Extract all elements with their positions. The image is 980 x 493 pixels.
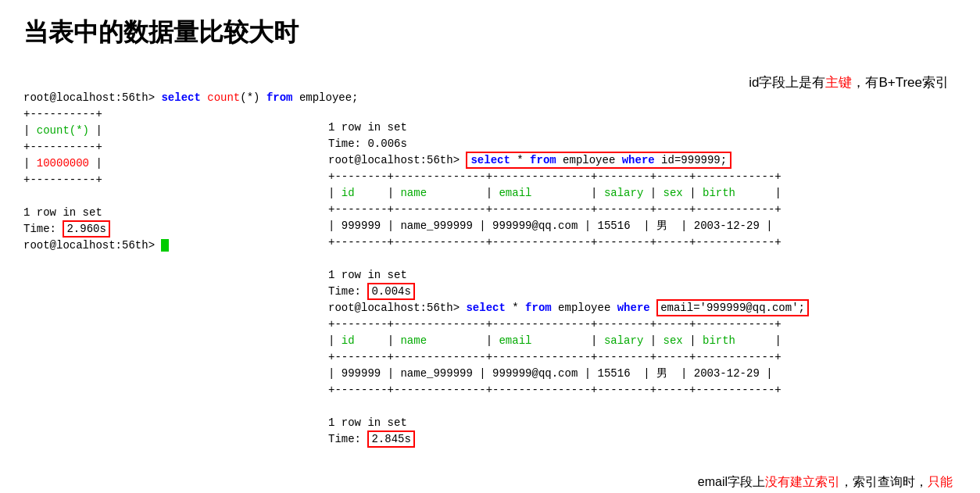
right-kw-from3: from: [525, 302, 552, 314]
right-col-id: id: [342, 187, 355, 199]
right-cmd3-rest: *: [506, 302, 525, 314]
right-val-salary: 15516: [598, 220, 631, 232]
right-col2-email: email: [499, 334, 531, 347]
left-border2: +----------+: [23, 141, 102, 153]
right-header-sep: +--------+--------------+---------------…: [328, 203, 781, 216]
right-time1-prefix: Time:: [328, 138, 367, 150]
bottom-annotation: email字段上没有建立索引，索引查询时，只能 进行遍历，完成查找操作，时间复杂…: [328, 472, 957, 493]
left-col-header-end: |: [89, 124, 102, 137]
right-cmd2-rest: *: [510, 154, 530, 166]
terminal-cursor: [161, 239, 169, 252]
right-val2-name: name_999999: [400, 367, 472, 380]
right-result2: 1 row in set: [328, 269, 407, 281]
right-val-name: name_999999: [400, 220, 472, 232]
right-cmd2-cond: id=999999;: [655, 154, 727, 166]
right-kw-from2: from: [530, 154, 556, 166]
left-kw-select: select: [161, 91, 200, 104]
right-result-prefix: 1 row in set: [328, 121, 407, 134]
left-val-suffix: |: [89, 157, 102, 170]
left-time1-box: 2.960s: [63, 220, 109, 238]
primary-key-text: 主键: [825, 75, 852, 90]
left-fn-count: count: [207, 91, 240, 104]
no-index-text: 没有建立索引: [765, 475, 840, 488]
right-col-birth: birth: [703, 187, 735, 199]
right-cmd3-cond-box: email='999999@qq.com';: [656, 299, 809, 316]
left-value: 10000000: [37, 157, 89, 170]
right-col-name: name: [400, 187, 427, 199]
right-time2-prefix: Time:: [328, 285, 367, 298]
left-prompt2: root@localhost:56th>: [23, 239, 161, 252]
right-col-sex: sex: [663, 187, 683, 199]
right-col2-sex: sex: [663, 334, 683, 347]
right-time2-box: 0.004s: [367, 283, 414, 300]
right-val-email: 999999@qq.com: [492, 220, 578, 232]
right-kw-where3: where: [617, 302, 650, 314]
left-panel: root@localhost:56th> select count(*) fro…: [23, 73, 320, 493]
right-col-salary: salary: [604, 187, 643, 199]
right-prompt2: root@localhost:56th>: [328, 302, 466, 314]
left-val-prefix: |: [23, 157, 37, 170]
left-border1: +----------+: [23, 108, 102, 120]
right-panel: id字段上是有主键，有B+Tree索引 1 row in set Time: 0…: [320, 73, 957, 493]
right-col2-birth: birth: [703, 334, 735, 347]
right-kw-where2: where: [622, 154, 655, 166]
right-val2-sex: 男: [656, 367, 667, 380]
right-cmd3-rest2: employee: [552, 302, 617, 314]
right-val2-id: 999999: [342, 367, 381, 380]
right-val-id: 999999: [342, 220, 381, 232]
right-top-annotation: id字段上是有主键，有B+Tree索引: [328, 73, 957, 91]
left-col-header: |: [23, 124, 37, 137]
right-kw-select3: select: [466, 302, 505, 314]
left-col-header-text: count(*): [37, 124, 89, 137]
right-col2-name: name: [400, 334, 427, 347]
right-val2-salary: 15516: [598, 367, 631, 380]
right-time1-val: 0.006s: [367, 138, 406, 150]
only-can-text: 只能: [928, 475, 953, 488]
right-header2-sep: +--------+--------------+---------------…: [328, 351, 781, 363]
page-title: 当表中的数据量比较大时: [23, 16, 957, 50]
right-cmd2-rest2: employee: [556, 154, 622, 166]
right-table-top: +--------+--------------+---------------…: [328, 170, 781, 183]
right-code-block: 1 row in set Time: 0.006s root@localhost…: [328, 103, 957, 464]
left-kw-from: from: [266, 91, 293, 104]
left-cmd-rest: (*): [240, 91, 266, 104]
left-border3: +----------+: [23, 173, 102, 186]
right-val-sex: 男: [656, 220, 667, 232]
right-cmd3-rest3: [650, 302, 656, 314]
left-result1: 1 row in set: [23, 206, 102, 219]
right-col2-id: id: [342, 334, 355, 347]
right-row-sep: +--------+--------------+---------------…: [328, 236, 781, 248]
right-val-birth: 2003-12-29: [694, 220, 760, 232]
right-result3: 1 row in set: [328, 416, 407, 429]
right-kw-select2: select: [470, 154, 510, 166]
left-code-block: root@localhost:56th> select count(*) fro…: [23, 73, 320, 270]
right-time3-prefix: Time:: [328, 433, 367, 445]
right-col2-salary: salary: [604, 334, 643, 347]
left-time1-prefix: Time:: [23, 223, 63, 235]
right-cmd2-box: select * from employee where id=999999;: [466, 152, 731, 169]
right-val2-birth: 2003-12-29: [694, 367, 760, 380]
right-val2-email: 999999@qq.com: [492, 367, 578, 380]
left-prompt1: root@localhost:56th>: [23, 91, 161, 104]
right-table2-top: +--------+--------------+---------------…: [328, 318, 781, 330]
right-col-email: email: [499, 187, 531, 199]
right-prompt1: root@localhost:56th>: [328, 154, 466, 166]
right-row2-sep: +--------+--------------+---------------…: [328, 384, 781, 396]
right-time3-box: 2.845s: [367, 430, 414, 448]
